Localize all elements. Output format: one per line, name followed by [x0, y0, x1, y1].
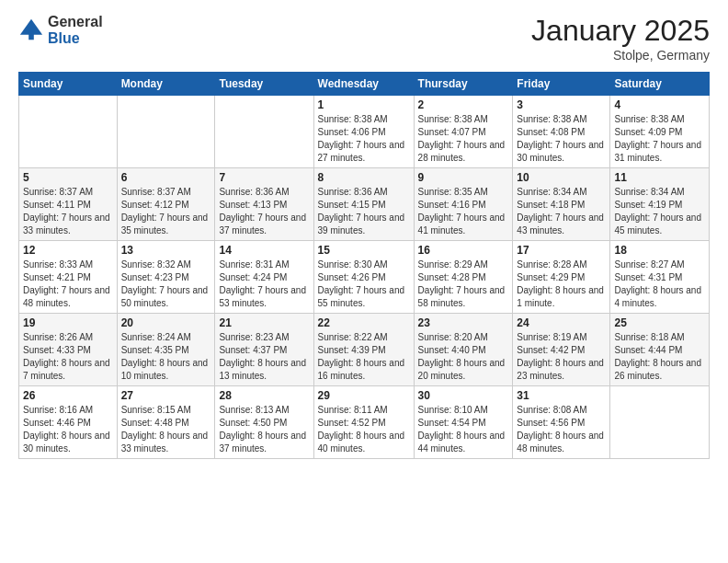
month-title: January 2025 — [531, 14, 710, 48]
day-info: Sunrise: 8:16 AM Sunset: 4:46 PM Dayligh… — [23, 404, 113, 455]
calendar-cell: 10Sunrise: 8:34 AM Sunset: 4:18 PM Dayli… — [513, 168, 610, 241]
day-number: 29 — [318, 389, 410, 402]
day-number: 20 — [121, 316, 211, 329]
col-sunday: Sunday — [19, 73, 118, 96]
logo-blue-text: Blue — [48, 30, 103, 47]
day-info: Sunrise: 8:10 AM Sunset: 4:54 PM Dayligh… — [418, 404, 509, 455]
calendar-cell: 22Sunrise: 8:22 AM Sunset: 4:39 PM Dayli… — [313, 314, 414, 386]
calendar-week-5: 26Sunrise: 8:16 AM Sunset: 4:46 PM Dayli… — [19, 386, 710, 459]
day-info: Sunrise: 8:38 AM Sunset: 4:07 PM Dayligh… — [418, 113, 509, 165]
day-info: Sunrise: 8:38 AM Sunset: 4:06 PM Dayligh… — [318, 113, 410, 165]
day-number: 6 — [121, 171, 211, 184]
day-number: 14 — [219, 244, 309, 257]
calendar-cell: 14Sunrise: 8:31 AM Sunset: 4:24 PM Dayli… — [215, 241, 313, 314]
day-info: Sunrise: 8:24 AM Sunset: 4:35 PM Dayligh… — [121, 331, 211, 383]
calendar-cell: 6Sunrise: 8:37 AM Sunset: 4:12 PM Daylig… — [117, 168, 215, 241]
calendar-cell: 16Sunrise: 8:29 AM Sunset: 4:28 PM Dayli… — [414, 241, 513, 314]
day-info: Sunrise: 8:33 AM Sunset: 4:21 PM Dayligh… — [23, 259, 113, 310]
day-number: 23 — [418, 316, 509, 329]
day-info: Sunrise: 8:26 AM Sunset: 4:33 PM Dayligh… — [23, 331, 113, 383]
day-number: 17 — [517, 244, 606, 257]
calendar-cell: 5Sunrise: 8:37 AM Sunset: 4:11 PM Daylig… — [19, 168, 118, 241]
col-saturday: Saturday — [610, 73, 710, 96]
day-info: Sunrise: 8:29 AM Sunset: 4:28 PM Dayligh… — [418, 259, 509, 310]
page: General Blue January 2025 Stolpe, German… — [0, 0, 728, 563]
day-number: 21 — [219, 316, 309, 329]
location: Stolpe, Germany — [531, 48, 710, 63]
day-info: Sunrise: 8:34 AM Sunset: 4:18 PM Dayligh… — [517, 186, 606, 237]
header: General Blue January 2025 Stolpe, German… — [18, 14, 710, 63]
col-tuesday: Tuesday — [215, 73, 313, 96]
day-info: Sunrise: 8:23 AM Sunset: 4:37 PM Dayligh… — [219, 331, 309, 383]
logo-general-text: General — [48, 14, 103, 30]
day-info: Sunrise: 8:36 AM Sunset: 4:15 PM Dayligh… — [318, 186, 410, 237]
calendar-cell: 9Sunrise: 8:35 AM Sunset: 4:16 PM Daylig… — [414, 168, 513, 241]
day-info: Sunrise: 8:32 AM Sunset: 4:23 PM Dayligh… — [121, 259, 211, 310]
day-number: 12 — [23, 244, 113, 257]
day-info: Sunrise: 8:28 AM Sunset: 4:29 PM Dayligh… — [517, 259, 606, 310]
calendar-body: 1Sunrise: 8:38 AM Sunset: 4:06 PM Daylig… — [19, 96, 710, 459]
day-info: Sunrise: 8:13 AM Sunset: 4:50 PM Dayligh… — [219, 404, 309, 455]
day-info: Sunrise: 8:18 AM Sunset: 4:44 PM Dayligh… — [614, 331, 705, 383]
calendar-cell: 8Sunrise: 8:36 AM Sunset: 4:15 PM Daylig… — [313, 168, 414, 241]
header-row: Sunday Monday Tuesday Wednesday Thursday… — [19, 73, 710, 96]
calendar-cell — [215, 96, 313, 168]
day-info: Sunrise: 8:27 AM Sunset: 4:31 PM Dayligh… — [614, 259, 705, 310]
col-thursday: Thursday — [414, 73, 513, 96]
day-info: Sunrise: 8:35 AM Sunset: 4:16 PM Dayligh… — [418, 186, 509, 237]
day-number: 2 — [418, 98, 509, 111]
day-number: 8 — [318, 171, 410, 184]
logo: General Blue — [18, 14, 103, 46]
day-number: 15 — [318, 244, 410, 257]
calendar-cell: 19Sunrise: 8:26 AM Sunset: 4:33 PM Dayli… — [19, 314, 118, 386]
calendar-cell — [610, 386, 710, 459]
calendar-cell: 15Sunrise: 8:30 AM Sunset: 4:26 PM Dayli… — [313, 241, 414, 314]
day-number: 7 — [219, 171, 309, 184]
day-number: 5 — [23, 171, 113, 184]
calendar-cell: 21Sunrise: 8:23 AM Sunset: 4:37 PM Dayli… — [215, 314, 313, 386]
day-number: 18 — [614, 244, 705, 257]
day-number: 11 — [614, 171, 705, 184]
calendar-cell: 28Sunrise: 8:13 AM Sunset: 4:50 PM Dayli… — [215, 386, 313, 459]
svg-marker-0 — [20, 18, 42, 34]
calendar-week-2: 5Sunrise: 8:37 AM Sunset: 4:11 PM Daylig… — [19, 168, 710, 241]
svg-rect-1 — [28, 32, 34, 39]
title-area: January 2025 Stolpe, Germany — [531, 14, 710, 63]
calendar-cell: 25Sunrise: 8:18 AM Sunset: 4:44 PM Dayli… — [610, 314, 710, 386]
day-info: Sunrise: 8:15 AM Sunset: 4:48 PM Dayligh… — [121, 404, 211, 455]
calendar-cell: 26Sunrise: 8:16 AM Sunset: 4:46 PM Dayli… — [19, 386, 118, 459]
calendar-cell: 23Sunrise: 8:20 AM Sunset: 4:40 PM Dayli… — [414, 314, 513, 386]
day-info: Sunrise: 8:37 AM Sunset: 4:11 PM Dayligh… — [23, 186, 113, 237]
calendar-cell: 13Sunrise: 8:32 AM Sunset: 4:23 PM Dayli… — [117, 241, 215, 314]
day-number: 10 — [517, 171, 606, 184]
day-info: Sunrise: 8:08 AM Sunset: 4:56 PM Dayligh… — [517, 404, 606, 455]
calendar-cell: 29Sunrise: 8:11 AM Sunset: 4:52 PM Dayli… — [313, 386, 414, 459]
calendar-cell: 17Sunrise: 8:28 AM Sunset: 4:29 PM Dayli… — [513, 241, 610, 314]
logo-text: General Blue — [48, 14, 103, 46]
day-number: 26 — [23, 389, 113, 402]
calendar-cell: 18Sunrise: 8:27 AM Sunset: 4:31 PM Dayli… — [610, 241, 710, 314]
day-number: 3 — [517, 98, 606, 111]
day-number: 22 — [318, 316, 410, 329]
calendar-cell: 11Sunrise: 8:34 AM Sunset: 4:19 PM Dayli… — [610, 168, 710, 241]
day-number: 24 — [517, 316, 606, 329]
day-info: Sunrise: 8:20 AM Sunset: 4:40 PM Dayligh… — [418, 331, 509, 383]
col-monday: Monday — [117, 73, 215, 96]
day-info: Sunrise: 8:38 AM Sunset: 4:08 PM Dayligh… — [517, 113, 606, 165]
logo-icon — [18, 17, 44, 43]
day-number: 30 — [418, 389, 509, 402]
calendar-cell: 27Sunrise: 8:15 AM Sunset: 4:48 PM Dayli… — [117, 386, 215, 459]
calendar-cell: 30Sunrise: 8:10 AM Sunset: 4:54 PM Dayli… — [414, 386, 513, 459]
calendar-cell — [19, 96, 118, 168]
day-number: 25 — [614, 316, 705, 329]
calendar-week-4: 19Sunrise: 8:26 AM Sunset: 4:33 PM Dayli… — [19, 314, 710, 386]
calendar-cell: 1Sunrise: 8:38 AM Sunset: 4:06 PM Daylig… — [313, 96, 414, 168]
calendar-cell — [117, 96, 215, 168]
day-info: Sunrise: 8:22 AM Sunset: 4:39 PM Dayligh… — [318, 331, 410, 383]
col-friday: Friday — [513, 73, 610, 96]
calendar-cell: 7Sunrise: 8:36 AM Sunset: 4:13 PM Daylig… — [215, 168, 313, 241]
calendar-cell: 20Sunrise: 8:24 AM Sunset: 4:35 PM Dayli… — [117, 314, 215, 386]
day-number: 28 — [219, 389, 309, 402]
day-info: Sunrise: 8:37 AM Sunset: 4:12 PM Dayligh… — [121, 186, 211, 237]
day-number: 27 — [121, 389, 211, 402]
